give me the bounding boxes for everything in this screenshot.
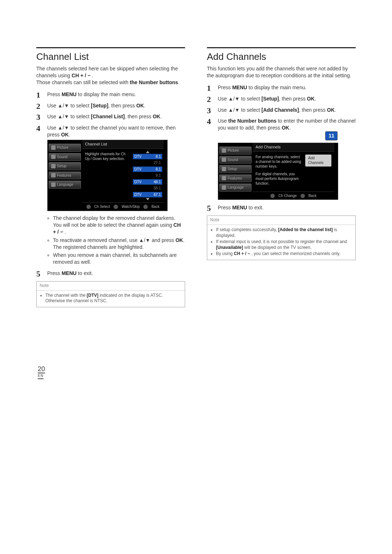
note-heading: Note xyxy=(207,216,355,225)
sidebar-item-setup: Setup xyxy=(219,165,252,173)
channel-row: DTV48.1 xyxy=(133,179,162,185)
section-rule xyxy=(36,47,185,48)
ok-icon xyxy=(114,205,118,209)
sidebar-item-picture: Picture xyxy=(219,147,252,155)
osd-sidebar: Picture Sound Setup Features Language xyxy=(218,143,253,195)
features-icon xyxy=(51,173,56,177)
sound-icon xyxy=(51,155,56,159)
right-column: Add Channels This function lets you add … xyxy=(207,47,356,378)
channel-row: DTV8.1 xyxy=(133,154,162,160)
bullet-item: When you remove a main channel, its subc… xyxy=(53,252,185,266)
language-icon xyxy=(51,182,56,187)
picture-icon xyxy=(222,148,226,153)
sidebar-item-setup: Setup xyxy=(49,162,81,170)
channel-entry-display: 11 xyxy=(218,131,338,140)
step-item: Use ▲/▼ to select [Add Channels], then p… xyxy=(207,107,356,114)
nav-icon xyxy=(86,205,91,209)
language-icon xyxy=(222,185,226,190)
steps-list: Press MENU to display the main menu. Use… xyxy=(36,91,185,277)
channel-row: DTV67.1 xyxy=(133,192,162,198)
panel-hint: For analog channels, select a channel to… xyxy=(256,155,302,189)
page-number: 20 EN xyxy=(36,365,185,378)
add-channels-screenshot: Picture Sound Setup Features Language Ad… xyxy=(218,143,338,200)
osd-panel: Channel List Highlight channels for Ch U… xyxy=(82,140,164,211)
channel-row: 9.1 xyxy=(133,173,162,178)
osd-panel: Add Channels For analog channels, select… xyxy=(253,143,334,200)
panel-hint: Highlight channels for Ch Up / Down key … xyxy=(82,149,131,203)
add-channels-button: Add Channels xyxy=(305,155,331,167)
note-box: Note If setup completes successfully, [A… xyxy=(207,216,356,260)
step-item: Use ▲/▼ to select [Setup], then press OK… xyxy=(207,95,356,102)
step-item: Press MENU to exit. xyxy=(207,204,356,211)
features-icon xyxy=(222,176,226,180)
step-item: Press MENU to display the main menu. xyxy=(207,84,356,91)
setup-icon xyxy=(51,164,56,168)
bullet-item: The channel display for the removed chan… xyxy=(53,215,185,235)
sidebar-item-picture: Picture xyxy=(49,144,81,152)
intro-text: The channels selected here can be skippe… xyxy=(36,65,185,86)
step-item: Use the Number buttons to enter the numb… xyxy=(207,118,356,200)
note-box: Note The channel with the [DTV] indicate… xyxy=(36,281,185,307)
sidebar-item-sound: Sound xyxy=(49,153,81,161)
section-rule xyxy=(207,47,356,48)
page-lang: EN xyxy=(38,374,185,378)
sidebar-item-sound: Sound xyxy=(219,156,252,164)
sidebar-item-language: Language xyxy=(49,181,81,189)
sidebar-item-features: Features xyxy=(219,175,252,182)
note-item: If external input is used, it is not pos… xyxy=(216,239,352,250)
intro-text: This function lets you add the channels … xyxy=(207,65,356,79)
channel-column: DTV8.1 27.1 DTV8.1 9.1 DTV48.1 58.1 DTV6… xyxy=(131,149,164,203)
sidebar-item-language: Language xyxy=(219,184,252,192)
steps-list: Press MENU to display the main menu. Use… xyxy=(207,84,356,212)
bullet-item: To reactivate a removed channel, use ▲/▼… xyxy=(53,237,185,251)
step-item: Use ▲/▼ to select [Setup], then press OK… xyxy=(36,102,185,109)
entered-channel-number: 11 xyxy=(325,131,338,140)
osd-sidebar: Picture Sound Setup Features Language xyxy=(48,140,82,192)
picture-icon xyxy=(51,145,56,150)
section-title: Add Channels xyxy=(207,51,356,62)
channel-row: 27.1 xyxy=(133,160,162,166)
step-item: Press MENU to display the main menu. xyxy=(36,91,185,98)
step-item: Use ▲/▼ to select [Channel List], then p… xyxy=(36,113,185,120)
scroll-down-icon xyxy=(146,198,150,200)
sound-icon xyxy=(222,157,226,162)
sidebar-item-features: Features xyxy=(49,172,81,180)
panel-title: Channel List xyxy=(82,140,164,149)
channel-list-screenshot: Picture Sound Setup Features Language Ch… xyxy=(47,140,168,211)
panel-title: Add Channels xyxy=(253,143,334,152)
sub-bullets: The channel display for the removed chan… xyxy=(47,215,185,266)
note-item: By using CH + / − , you can select the m… xyxy=(216,251,352,257)
step-item: Press MENU to exit. xyxy=(36,270,185,277)
back-icon xyxy=(301,194,305,198)
channel-row: 58.1 xyxy=(133,185,162,191)
note-item: If setup completes successfully, [Added … xyxy=(216,227,352,238)
scroll-up-icon xyxy=(146,151,150,153)
left-column: Channel List The channels selected here … xyxy=(36,47,185,378)
setup-icon xyxy=(222,167,226,171)
note-heading: Note xyxy=(37,282,185,291)
keypad-icon xyxy=(270,194,275,198)
section-title: Channel List xyxy=(36,51,185,62)
step-item: Use ▲/▼ to select the channel you want t… xyxy=(36,124,185,266)
panel-footer: Ch Change Back xyxy=(253,192,334,200)
panel-footer: Ch Select Watch/Skip Back xyxy=(82,202,164,211)
channel-row: DTV8.1 xyxy=(133,167,162,172)
note-item: The channel with the [DTV] indicated on … xyxy=(45,293,181,304)
back-icon xyxy=(143,205,148,209)
